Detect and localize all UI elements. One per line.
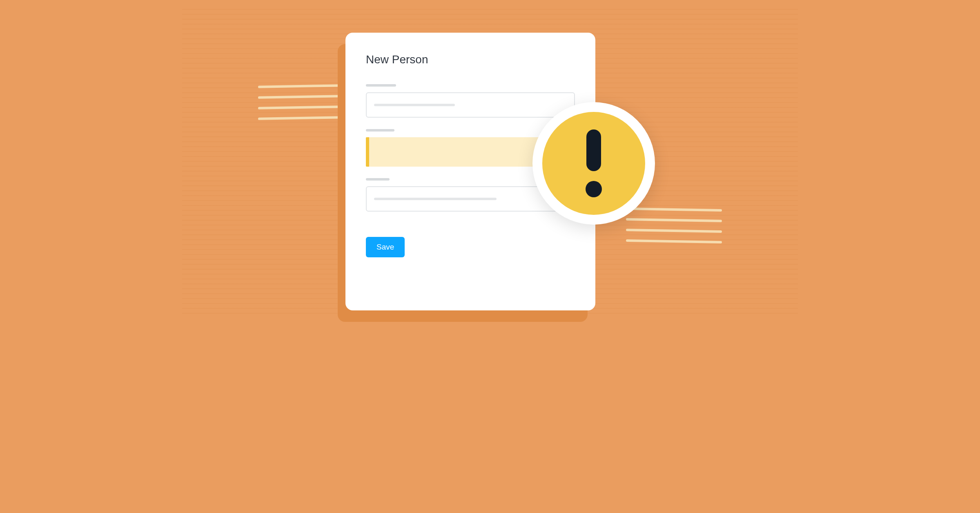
exclamation-dot (586, 181, 602, 197)
field-label-3 (366, 178, 390, 181)
field-label-2 (366, 129, 394, 132)
form-field-1 (366, 84, 575, 118)
illustration-stage: New Person Save (176, 0, 804, 323)
save-button[interactable]: Save (366, 237, 405, 257)
text-input-1[interactable] (366, 92, 575, 118)
input-placeholder-1 (374, 104, 455, 106)
exclamation-bar (586, 129, 601, 171)
decorative-waves-right (626, 208, 722, 251)
decorative-waves-left (258, 85, 346, 127)
alert-badge (532, 102, 655, 225)
card-title: New Person (366, 53, 575, 66)
exclamation-icon (542, 112, 645, 215)
field-label-1 (366, 84, 396, 87)
input-placeholder-3 (374, 198, 497, 200)
